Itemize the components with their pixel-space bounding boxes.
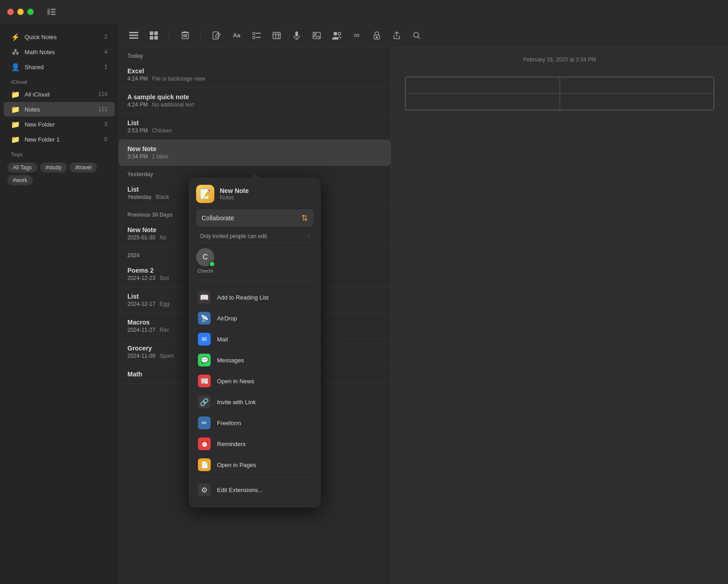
tag-all-tags[interactable]: All Tags xyxy=(7,163,37,173)
svg-rect-13 xyxy=(184,31,187,32)
note-item-excel[interactable]: Excel 4:24 PM File is backstage view xyxy=(118,62,391,88)
sidebar-label-new-folder-1: New Folder 1 xyxy=(25,136,100,143)
collaborate-row[interactable]: Collaborate ⇅ xyxy=(196,209,313,227)
svg-rect-19 xyxy=(253,36,255,39)
messages-icon: 💬 xyxy=(198,354,211,366)
svg-point-35 xyxy=(414,32,419,37)
sidebar-item-notes[interactable]: 📁 Notes 111 xyxy=(4,102,115,117)
popup-arrow xyxy=(250,173,259,178)
icloud-section-header: iCloud xyxy=(0,75,118,86)
sidebar-label-all-icloud: All iCloud xyxy=(25,91,94,98)
popup-note-header: 📝 New Note Notes xyxy=(196,185,313,203)
sidebar-item-new-folder[interactable]: 📁 New Folder 3 xyxy=(4,117,115,132)
airdrop-icon: 📡 xyxy=(198,312,211,325)
sidebar-item-new-folder-1[interactable]: 📁 New Folder 1 0 xyxy=(4,132,115,147)
svg-rect-16 xyxy=(186,34,187,37)
table-cell-r1c1[interactable] xyxy=(406,77,560,94)
all-icloud-icon: 📁 xyxy=(11,90,20,99)
popup-menu: 📖 Add to Reading List 📡 AirDrop ✉ Mail 💬… xyxy=(196,287,313,500)
menu-label-news: Open in News xyxy=(217,378,254,385)
collaborator-name-chechi: Chechi xyxy=(197,268,213,274)
close-button[interactable] xyxy=(7,9,14,15)
menu-item-reading-list[interactable]: 📖 Add to Reading List xyxy=(196,287,313,308)
new-folder-icon: 📁 xyxy=(11,120,20,129)
svg-rect-4 xyxy=(129,32,138,33)
list-view-button[interactable] xyxy=(127,29,140,42)
audio-button[interactable] xyxy=(290,29,303,42)
popup-divider xyxy=(196,477,313,477)
table-cell-r2c1[interactable] xyxy=(406,94,560,110)
svg-rect-1 xyxy=(51,9,56,10)
sidebar-label-new-folder: New Folder xyxy=(25,121,100,128)
search-button[interactable] xyxy=(410,29,423,42)
format-button[interactable]: Aa xyxy=(230,29,243,42)
media-button[interactable] xyxy=(310,29,323,42)
chevron-right-icon: › xyxy=(308,233,310,239)
compose-button[interactable] xyxy=(210,29,223,42)
freeform-icon: ✏ xyxy=(198,416,211,429)
popup-permissions[interactable]: Only invited people can edit. › xyxy=(196,230,313,243)
delete-button[interactable] xyxy=(179,29,192,42)
mail-icon: ✉ xyxy=(198,333,211,345)
popup-note-subtitle: Notes xyxy=(220,194,249,201)
invite-link-icon: 🔗 xyxy=(198,396,211,408)
menu-item-mail[interactable]: ✉ Mail xyxy=(196,329,313,350)
menu-item-messages[interactable]: 💬 Messages xyxy=(196,350,313,371)
note-item-list-today[interactable]: List 3:53 PM Chicken xyxy=(118,114,391,140)
share-popup: 📝 New Note Notes Collaborate ⇅ Only invi… xyxy=(189,178,321,508)
menu-label-pages: Open in Pages xyxy=(217,462,256,468)
svg-point-31 xyxy=(334,32,337,36)
collaborate-button[interactable] xyxy=(330,29,343,42)
toolbar: Aa xyxy=(118,24,728,47)
new-folder-1-icon: 📁 xyxy=(11,135,20,144)
share-button[interactable] xyxy=(390,29,403,42)
menu-label-reading-list: Add to Reading List xyxy=(217,294,268,301)
toolbar-separator-2 xyxy=(201,30,201,41)
titlebar xyxy=(0,0,728,24)
grid-view-button[interactable] xyxy=(147,29,160,42)
note-item-quick[interactable]: A sample quick note 4:24 PM No additiona… xyxy=(118,88,391,114)
menu-label-messages: Messages xyxy=(217,357,244,364)
sidebar-count-all-icloud: 114 xyxy=(98,91,107,97)
sidebar-item-shared[interactable]: 👤 Shared 1 xyxy=(4,60,115,74)
svg-rect-26 xyxy=(295,31,298,36)
menu-label-freeform: Freeform xyxy=(217,420,241,427)
permissions-text: Only invited people can edit. xyxy=(200,233,308,239)
svg-rect-5 xyxy=(129,35,138,36)
sidebar-item-all-icloud[interactable]: 📁 All iCloud 114 xyxy=(4,87,115,102)
menu-item-freeform[interactable]: ✏ Freeform xyxy=(196,412,313,433)
menu-item-airdrop[interactable]: 📡 AirDrop xyxy=(196,308,313,329)
sidebar: ⚡ Quick Notes 2 ⁂ Math Notes 4 👤 Shared … xyxy=(0,24,118,584)
tag-work[interactable]: #work xyxy=(7,175,33,185)
collaborate-label: Collaborate xyxy=(202,214,301,222)
svg-point-32 xyxy=(338,32,341,35)
menu-item-news[interactable]: 📰 Open in News xyxy=(196,371,313,391)
lock-button[interactable] xyxy=(370,29,383,42)
note-meta-quick: 4:24 PM No additional text xyxy=(127,102,382,108)
checklist-button[interactable] xyxy=(250,29,263,42)
menu-item-pages[interactable]: 📄 Open in Pages xyxy=(196,454,313,475)
tag-study[interactable]: #study xyxy=(40,163,67,173)
sidebar-item-quick-notes[interactable]: ⚡ Quick Notes 2 xyxy=(4,30,115,44)
table-cell-r1c2[interactable] xyxy=(560,77,714,94)
note-detail: February 16, 2025 at 3:34 PM xyxy=(391,47,728,584)
table-cell-r2c2[interactable] xyxy=(560,94,714,110)
table-button[interactable] xyxy=(270,29,283,42)
toolbar-separator-1 xyxy=(169,30,170,41)
sidebar-toggle-button[interactable] xyxy=(45,6,58,17)
popup-note-title: New Note xyxy=(220,187,249,194)
menu-item-reminders[interactable]: ⏰ Reminders xyxy=(196,433,313,454)
link-button[interactable]: ∞ xyxy=(350,29,363,42)
collaborator-chechi: C Chechi xyxy=(196,248,214,274)
collaborate-arrow-icon: ⇅ xyxy=(301,213,308,223)
minimize-button[interactable] xyxy=(17,9,24,15)
menu-item-invite-link[interactable]: 🔗 Invite with Link xyxy=(196,391,313,412)
maximize-button[interactable] xyxy=(27,9,34,15)
note-item-new-note-today[interactable]: New Note 3:34 PM 1 table xyxy=(118,140,391,166)
tag-travel[interactable]: #travel xyxy=(70,163,97,173)
menu-item-extensions[interactable]: ⚙ Edit Extensions... xyxy=(196,479,313,500)
collaborator-avatar-chechi: C xyxy=(196,248,214,266)
sidebar-item-math-notes[interactable]: ⁂ Math Notes 4 xyxy=(4,45,115,59)
menu-label-extensions: Edit Extensions... xyxy=(217,487,263,493)
sidebar-label-notes: Notes xyxy=(25,106,94,113)
